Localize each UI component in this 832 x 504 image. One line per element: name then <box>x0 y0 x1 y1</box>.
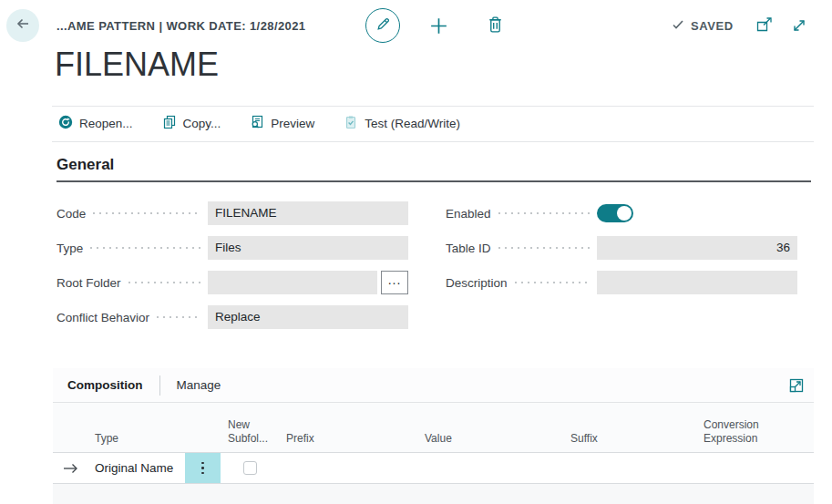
trash-icon <box>486 22 505 37</box>
general-fields-right: Enabled Table ID 36 Description <box>446 201 797 305</box>
dotted-leader <box>128 282 200 283</box>
test-action[interactable]: Test (Read/Write) <box>344 115 460 133</box>
popout-window-icon <box>755 21 774 36</box>
root-folder-input[interactable] <box>208 271 377 294</box>
type-label: Type <box>56 242 83 255</box>
row-options-button[interactable] <box>185 453 221 483</box>
preview-icon <box>250 115 264 133</box>
enabled-field-row: Enabled <box>446 201 797 225</box>
reopen-label: Reopen... <box>79 117 133 131</box>
copy-action[interactable]: Copy... <box>162 115 221 133</box>
composition-grid-header: Type New Subfol... Prefix Value Suffix C… <box>53 403 814 453</box>
vertical-ellipsis-icon <box>201 460 204 476</box>
description-label: Description <box>446 276 508 290</box>
breadcrumb: ...AME PATTERN | WORK DATE: 1/28/2021 <box>56 19 305 33</box>
row-conversion-expression-cell[interactable] <box>696 453 814 483</box>
tab-separator <box>159 375 160 396</box>
open-in-window-button[interactable] <box>755 17 774 34</box>
dotted-leader <box>90 247 200 249</box>
enabled-toggle[interactable] <box>597 204 633 222</box>
reopen-icon <box>58 115 73 133</box>
reopen-action[interactable]: Reopen... <box>58 115 133 133</box>
filename-pattern-card-page: ...AME PATTERN | WORK DATE: 1/28/2021 <box>0 0 832 504</box>
conflict-behavior-field-row: Conflict Behavior Replace <box>56 305 408 329</box>
pencil-icon <box>375 16 391 36</box>
dotted-leader <box>157 316 200 318</box>
root-folder-field-row: Root Folder ... <box>56 271 408 294</box>
expand-arrows-icon <box>791 21 807 36</box>
tab-composition[interactable]: Composition <box>67 378 143 392</box>
back-arrow-icon <box>14 15 32 36</box>
dotted-leader <box>93 212 200 214</box>
delete-button[interactable] <box>486 15 505 35</box>
dotted-leader <box>498 247 590 249</box>
code-label: Code <box>56 207 86 221</box>
type-field-row: Type Files <box>56 236 408 260</box>
column-header-conversion-expression[interactable]: Conversion Expression <box>696 418 814 446</box>
table-id-field-row: Table ID 36 <box>446 236 797 260</box>
general-fields-left: Code FILENAME Type Files Root Folder ...… <box>56 201 408 340</box>
row-indicator-arrow-icon <box>53 453 87 483</box>
composition-empty-area <box>53 484 814 504</box>
edit-button[interactable] <box>365 8 400 43</box>
toggle-knob <box>617 206 632 221</box>
row-value-cell[interactable] <box>417 453 563 483</box>
description-field-row: Description <box>446 271 797 294</box>
save-status-label: SAVED <box>691 19 734 33</box>
general-section-underline <box>56 180 811 182</box>
fullscreen-button[interactable] <box>791 17 807 34</box>
code-input[interactable]: FILENAME <box>208 201 408 225</box>
column-header-suffix[interactable]: Suffix <box>563 432 696 446</box>
row-prefix-cell[interactable] <box>279 453 417 483</box>
test-label: Test (Read/Write) <box>365 117 460 131</box>
conflict-behavior-label: Conflict Behavior <box>56 311 149 324</box>
column-header-prefix[interactable]: Prefix <box>279 432 417 446</box>
composition-tabbar: Composition Manage <box>53 368 814 403</box>
copy-label: Copy... <box>183 117 221 131</box>
general-section-heading[interactable]: General <box>56 156 114 174</box>
divider <box>52 141 814 142</box>
enabled-label: Enabled <box>446 207 491 221</box>
save-status: SAVED <box>672 18 734 34</box>
type-input[interactable]: Files <box>208 236 408 260</box>
row-type-cell[interactable]: Original Name <box>87 453 185 483</box>
copy-icon <box>162 115 177 133</box>
code-field-row: Code FILENAME <box>56 201 408 225</box>
conflict-behavior-input[interactable]: Replace <box>208 305 408 329</box>
page-title: FILENAME <box>55 46 219 84</box>
new-subfolder-checkbox[interactable] <box>243 461 257 475</box>
plus-icon <box>428 24 449 39</box>
root-folder-label: Root Folder <box>56 276 121 290</box>
back-button[interactable] <box>6 9 39 42</box>
focus-mode-icon[interactable] <box>788 377 805 394</box>
composition-part: Composition Manage Type New Subfol... Pr… <box>53 368 814 504</box>
action-bar: Reopen... Copy... Preview <box>58 107 460 141</box>
test-clipboard-icon <box>344 115 358 133</box>
root-folder-assist-button[interactable]: ... <box>381 271 408 294</box>
dotted-leader <box>498 212 590 214</box>
table-row: Original Name <box>53 453 814 484</box>
new-button[interactable] <box>428 15 449 36</box>
table-id-label: Table ID <box>446 242 491 255</box>
preview-label: Preview <box>271 117 314 131</box>
preview-action[interactable]: Preview <box>250 115 314 133</box>
column-header-new-subfolder[interactable]: New Subfol... <box>221 418 279 446</box>
dotted-leader <box>515 282 590 283</box>
description-input[interactable] <box>597 271 797 294</box>
check-icon <box>672 18 684 34</box>
table-id-input[interactable]: 36 <box>597 236 797 260</box>
column-header-value[interactable]: Value <box>417 432 563 446</box>
column-header-type[interactable]: Type <box>87 432 185 446</box>
tab-manage[interactable]: Manage <box>177 378 221 392</box>
row-suffix-cell[interactable] <box>563 453 696 483</box>
